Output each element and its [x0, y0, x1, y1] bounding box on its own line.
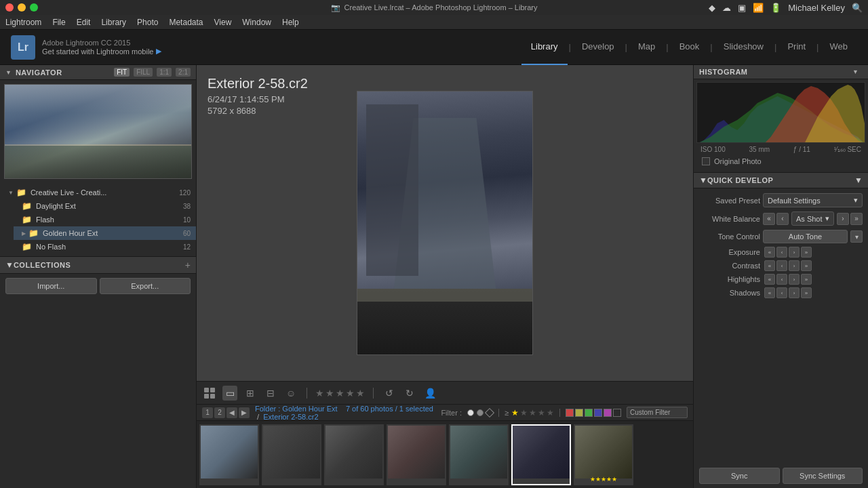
qd-exposure-inc-btn[interactable]: ›	[789, 247, 800, 258]
qd-exposure-dec-dec-btn[interactable]: «	[764, 247, 775, 258]
film-thumb-6[interactable]	[511, 424, 571, 485]
sync-settings-button[interactable]: Sync Settings	[783, 468, 863, 484]
filter-flagged-btn[interactable]	[467, 409, 474, 416]
navigator-fit-btn[interactable]: FIT	[114, 68, 130, 77]
star-3[interactable]: ★	[336, 388, 344, 399]
qd-contrast-dec-dec-btn[interactable]: «	[764, 260, 775, 271]
filter-star-4[interactable]: ★	[538, 408, 545, 418]
menu-view[interactable]: View	[214, 18, 232, 27]
import-button[interactable]: Import...	[5, 278, 97, 294]
nav-develop[interactable]: Develop	[572, 30, 624, 65]
navigator-image[interactable]	[4, 84, 192, 179]
navigator-fill-btn[interactable]: FILL	[134, 68, 153, 77]
rotate-right-button[interactable]: ↻	[402, 386, 417, 401]
original-photo-checkbox[interactable]	[702, 157, 710, 165]
qd-exposure-dec-btn[interactable]: ‹	[776, 247, 787, 258]
filter-star-5[interactable]: ★	[547, 408, 554, 418]
film-thumb-4[interactable]	[387, 424, 446, 485]
folder-daylight[interactable]: 📁 Daylight Ext 38	[14, 199, 196, 213]
qd-highlights-inc-inc-btn[interactable]: »	[801, 274, 812, 285]
export-button[interactable]: Export...	[100, 278, 191, 294]
survey-view-button[interactable]: ⊟	[263, 386, 278, 401]
people-icon[interactable]: 👤	[422, 386, 437, 401]
film-thumb-2[interactable]	[262, 424, 321, 485]
filter-red-btn[interactable]	[566, 409, 574, 417]
custom-filter-dropdown[interactable]: Custom Filter	[627, 407, 688, 418]
qd-shadows-dec-dec-btn[interactable]: «	[764, 287, 775, 298]
folder-flash[interactable]: 📁 Flash 10	[14, 213, 196, 226]
qd-wb-prev-btn[interactable]: ‹	[776, 213, 789, 225]
qd-tone-collapse-btn[interactable]: ▾	[850, 230, 863, 243]
next-page-btn[interactable]: ▶	[239, 407, 250, 418]
filter-star-1[interactable]: ★	[511, 408, 519, 418]
sync-button[interactable]: Sync	[699, 468, 780, 484]
filter-blue-btn[interactable]	[594, 409, 602, 417]
filter-green-btn[interactable]	[585, 409, 593, 417]
maximize-button[interactable]	[30, 3, 38, 12]
compare-view-button[interactable]: ⊞	[243, 386, 258, 401]
star-2[interactable]: ★	[326, 388, 334, 399]
add-collection-button[interactable]: +	[185, 260, 191, 270]
nav-print[interactable]: Print	[778, 30, 815, 65]
grid-view-button[interactable]	[202, 386, 217, 401]
qd-wb-next-next-btn[interactable]: »	[850, 213, 863, 225]
close-button[interactable]	[5, 3, 14, 12]
qd-contrast-inc-btn[interactable]: ›	[789, 260, 800, 271]
prev-page-btn[interactable]: ◀	[226, 407, 237, 418]
navigator-2-1-btn[interactable]: 2:1	[176, 68, 191, 77]
qd-wb-prev-prev-btn[interactable]: «	[763, 213, 775, 225]
photo-main-area[interactable]: Exterior 2-58.cr2 6/24/17 1:14:55 PM 579…	[197, 65, 693, 381]
quick-develop-header[interactable]: ▼ Quick Develop ▼	[694, 172, 868, 188]
folder-root[interactable]: ▼ 📁 Creative Live - Creati... 120	[0, 186, 196, 199]
qd-highlights-dec-btn[interactable]: ‹	[776, 274, 787, 285]
qd-auto-tone-btn[interactable]: Auto Tone	[763, 230, 848, 243]
filter-star-2[interactable]: ★	[520, 408, 528, 418]
menu-edit[interactable]: Edit	[77, 18, 91, 27]
qd-contrast-dec-btn[interactable]: ‹	[776, 260, 787, 271]
rotate-left-button[interactable]: ↺	[382, 386, 397, 401]
film-thumb-1[interactable]: Sky.cr2 10/28/13 5:42:43 PM 5760 x 3840	[199, 424, 259, 485]
filter-star-3[interactable]: ★	[529, 408, 536, 418]
navigator-1-1-btn[interactable]: 1:1	[157, 68, 172, 77]
filter-rejected-btn[interactable]	[485, 407, 494, 417]
people-view-button[interactable]: ☺	[283, 386, 298, 401]
menu-help[interactable]: Help	[282, 18, 299, 27]
qd-saved-preset-dropdown[interactable]: Default Settings ▾	[763, 193, 863, 207]
traffic-lights[interactable]	[5, 3, 38, 12]
menu-window[interactable]: Window	[242, 18, 271, 27]
filter-none-btn[interactable]	[613, 409, 621, 417]
qd-shadows-inc-inc-btn[interactable]: »	[801, 287, 812, 298]
star-4[interactable]: ★	[346, 388, 355, 399]
page-2-btn[interactable]: 2	[214, 407, 225, 418]
search-icon[interactable]: 🔍	[852, 3, 863, 13]
qd-contrast-inc-inc-btn[interactable]: »	[801, 260, 812, 271]
qd-exposure-inc-inc-btn[interactable]: »	[801, 247, 812, 258]
filter-yellow-btn[interactable]	[575, 409, 583, 417]
filter-purple-btn[interactable]	[604, 409, 612, 417]
qd-white-balance-dropdown[interactable]: As Shot ▾	[791, 211, 834, 226]
menu-photo[interactable]: Photo	[137, 18, 158, 27]
menu-metadata[interactable]: Metadata	[169, 18, 203, 27]
loupe-view-button[interactable]: ▭	[222, 386, 237, 401]
subtitle-arrow-icon[interactable]: ▶	[156, 47, 161, 56]
navigator-header[interactable]: ▼ Navigator FIT FILL 1:1 2:1	[0, 65, 196, 80]
menu-lightroom[interactable]: Lightroom	[5, 18, 41, 27]
star-5[interactable]: ★	[356, 388, 365, 399]
film-thumb-7[interactable]: ★★★★★	[574, 424, 633, 485]
folder-noflash[interactable]: 📁 No Flash 12	[14, 240, 196, 253]
folder-golden[interactable]: ▶ 📁 Golden Hour Ext 60	[14, 226, 196, 240]
nav-slideshow[interactable]: Slideshow	[714, 30, 773, 65]
qd-shadows-dec-btn[interactable]: ‹	[776, 287, 787, 298]
star-1[interactable]: ★	[315, 388, 324, 399]
nav-library[interactable]: Library	[521, 30, 568, 65]
filter-unflagged-btn[interactable]	[477, 409, 484, 416]
qd-highlights-inc-btn[interactable]: ›	[789, 274, 800, 285]
qd-wb-next-btn[interactable]: ›	[837, 213, 849, 225]
nav-web[interactable]: Web	[821, 30, 858, 65]
qd-shadows-inc-btn[interactable]: ›	[789, 287, 800, 298]
film-thumb-3[interactable]	[324, 424, 384, 485]
film-thumb-5[interactable]	[449, 424, 509, 485]
menu-library[interactable]: Library	[101, 18, 126, 27]
nav-book[interactable]: Book	[670, 30, 709, 65]
nav-map[interactable]: Map	[629, 30, 665, 65]
